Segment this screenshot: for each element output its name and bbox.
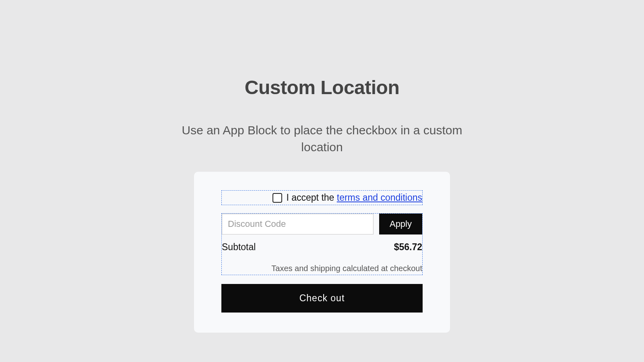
terms-row: I accept the terms and conditions xyxy=(221,190,423,205)
terms-link[interactable]: terms and conditions xyxy=(337,192,422,203)
discount-block: Apply Subtotal $56.72 Taxes and shipping… xyxy=(221,213,423,275)
page-subtitle: Use an App Block to place the checkbox i… xyxy=(181,122,463,156)
apply-button[interactable]: Apply xyxy=(379,214,422,234)
checkout-card: I accept the terms and conditions Apply … xyxy=(194,172,450,333)
subtotal-row: Subtotal $56.72 xyxy=(222,234,422,253)
terms-checkbox[interactable] xyxy=(272,193,282,203)
discount-code-input[interactable] xyxy=(222,214,374,234)
discount-row: Apply xyxy=(222,214,422,234)
terms-prefix: I accept the xyxy=(286,192,336,203)
checkout-button[interactable]: Check out xyxy=(221,284,423,313)
terms-text: I accept the terms and conditions xyxy=(286,192,422,203)
tax-shipping-note: Taxes and shipping calculated at checkou… xyxy=(222,253,422,275)
subtotal-value: $56.72 xyxy=(394,242,422,253)
page-title: Custom Location xyxy=(245,76,400,99)
subtotal-label: Subtotal xyxy=(222,242,256,253)
